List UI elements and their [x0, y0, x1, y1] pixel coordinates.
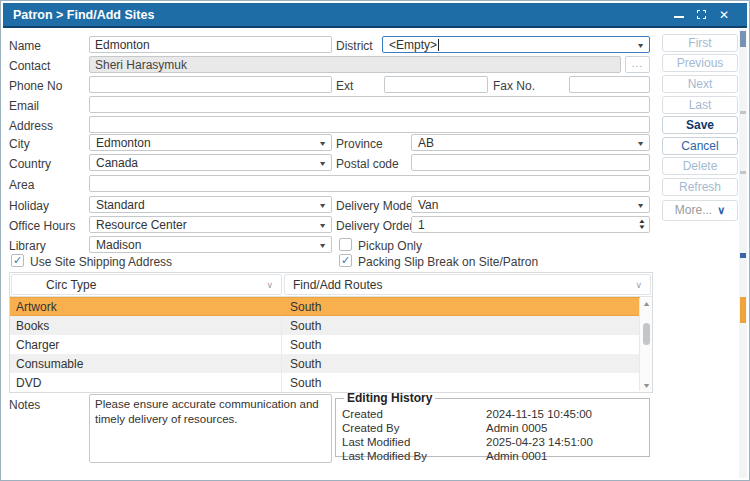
delivery-order-value: 1 — [418, 218, 425, 232]
dropdown-arrow-icon: ▼ — [636, 139, 645, 146]
library-label: Library — [9, 239, 46, 253]
dropdown-arrow-icon: ▼ — [636, 41, 645, 48]
scrollbar-thumb[interactable] — [740, 31, 746, 47]
holiday-select[interactable]: Standard ▼ — [89, 196, 332, 213]
address-input[interactable] — [89, 116, 650, 133]
fax-input[interactable] — [569, 76, 650, 93]
check-icon: ✓ — [13, 255, 22, 266]
column-header-label: Find/Add Routes — [293, 278, 382, 292]
contact-browse-button[interactable]: ... — [625, 56, 650, 73]
delivery-mode-value: Van — [418, 198, 438, 212]
window-title: Patron > Find/Add Sites — [13, 8, 154, 22]
circ-type-cell: Charger — [10, 335, 282, 354]
office-hours-select[interactable]: Resource Center ▼ — [89, 216, 332, 233]
pickup-only-label: Pickup Only — [358, 239, 422, 253]
country-select[interactable]: Canada ▼ — [89, 154, 332, 171]
province-value: AB — [418, 136, 434, 150]
province-select[interactable]: AB ▼ — [411, 134, 650, 151]
refresh-button[interactable]: Refresh — [662, 178, 738, 196]
editing-history-panel: Editing History Created 2024-11-15 10:45… — [335, 391, 650, 457]
close-icon[interactable]: ✕ — [719, 9, 729, 21]
scrollbar-mark — [740, 297, 746, 323]
column-header-circ-type[interactable]: Circ Type ∨ — [11, 274, 282, 295]
table-body: Artwork South Books South Charger South … — [10, 297, 652, 392]
fax-label: Fax No. — [493, 79, 535, 93]
spin-down-icon[interactable]: ▼ — [638, 224, 646, 230]
more-button[interactable]: More... ∨ — [662, 200, 738, 221]
previous-button[interactable]: Previous — [662, 54, 738, 72]
titlebar: Patron > Find/Add Sites ✕ — [3, 3, 747, 28]
restore-icon[interactable] — [697, 10, 706, 19]
scrollbar-mark — [740, 171, 746, 174]
history-label: Created By — [342, 421, 486, 435]
holiday-value: Standard — [96, 198, 145, 212]
district-value: <Empty> — [389, 38, 437, 52]
scroll-up-icon[interactable]: ▲ — [641, 300, 650, 307]
country-value: Canada — [96, 156, 138, 170]
route-cell: South — [282, 373, 640, 392]
contact-label: Contact — [9, 59, 50, 73]
delivery-mode-label: Delivery Mode — [336, 199, 413, 213]
name-input[interactable] — [89, 36, 332, 53]
scrollbar-mark — [740, 253, 746, 258]
office-hours-value: Resource Center — [96, 218, 187, 232]
city-value: Edmonton — [96, 136, 151, 150]
route-cell: South — [282, 316, 640, 335]
area-input[interactable] — [89, 175, 650, 192]
use-site-shipping-label: Use Site Shipping Address — [30, 255, 172, 269]
cancel-button[interactable]: Cancel — [662, 137, 738, 155]
more-label: More... — [675, 203, 712, 218]
email-input[interactable] — [89, 96, 650, 113]
packing-slip-break-checkbox[interactable]: ✓ — [339, 254, 352, 267]
use-site-shipping-checkbox[interactable]: ✓ — [11, 254, 24, 267]
minimize-icon[interactable] — [674, 11, 684, 18]
history-row: Last Modified 2025-04-23 14:51:00 — [342, 435, 643, 449]
save-button[interactable]: Save — [662, 116, 738, 134]
last-button[interactable]: Last — [662, 96, 738, 114]
notes-textarea[interactable]: Please ensure accurate communication and… — [89, 394, 332, 463]
province-label: Province — [336, 137, 383, 151]
scrollbar-thumb[interactable] — [643, 323, 650, 345]
history-label: Last Modified — [342, 435, 486, 449]
next-button[interactable]: Next — [662, 75, 738, 93]
table-row[interactable]: Consumable South — [10, 354, 640, 373]
address-label: Address — [9, 119, 53, 133]
history-label: Last Modified By — [342, 449, 486, 463]
city-label: City — [9, 137, 30, 151]
postal-code-input[interactable] — [411, 154, 650, 171]
delivery-order-stepper[interactable]: 1 ▲▼ — [411, 216, 650, 233]
phone-input[interactable] — [89, 76, 332, 93]
ext-input[interactable] — [384, 76, 488, 93]
library-select[interactable]: Madison ▼ — [89, 236, 332, 253]
dropdown-arrow-icon: ▼ — [318, 159, 327, 166]
stepper-arrows[interactable]: ▲▼ — [639, 218, 645, 230]
route-cell: South — [282, 335, 640, 354]
history-row: Last Modified By Admin 0001 — [342, 449, 643, 463]
area-label: Area — [9, 178, 34, 192]
notes-label: Notes — [9, 398, 40, 412]
column-header-routes[interactable]: Find/Add Routes ∨ — [284, 274, 651, 295]
chevron-down-icon: ∨ — [266, 280, 273, 290]
name-label: Name — [9, 39, 41, 53]
holiday-label: Holiday — [9, 199, 49, 213]
district-select[interactable]: <Empty> ▼ — [382, 36, 650, 53]
text-caret — [438, 39, 439, 51]
table-row[interactable]: Books South — [10, 316, 640, 335]
first-button[interactable]: First — [662, 34, 738, 52]
editing-history-title: Editing History — [344, 391, 435, 405]
delivery-mode-select[interactable]: Van ▼ — [411, 196, 650, 213]
table-row[interactable]: DVD South — [10, 373, 640, 392]
delete-button[interactable]: Delete — [662, 157, 738, 175]
table-scrollbar[interactable]: ▲ ▼ — [639, 298, 652, 391]
table-row[interactable]: Charger South — [10, 335, 640, 354]
pickup-only-checkbox[interactable] — [339, 238, 352, 251]
circ-type-cell: DVD — [10, 373, 282, 392]
window-scrollbar[interactable] — [739, 29, 747, 478]
ext-label: Ext — [336, 79, 353, 93]
city-select[interactable]: Edmonton ▼ — [89, 134, 332, 151]
table-row[interactable]: Artwork South — [10, 297, 640, 316]
phone-label: Phone No — [9, 79, 62, 93]
scroll-down-icon[interactable]: ▼ — [641, 382, 650, 389]
dropdown-arrow-icon: ▼ — [318, 139, 327, 146]
circ-type-cell: Consumable — [10, 354, 282, 373]
